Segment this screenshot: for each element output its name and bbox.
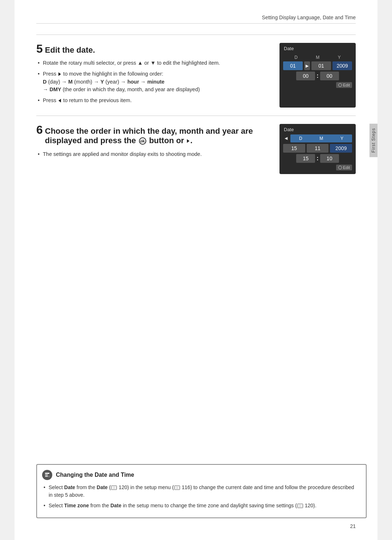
lcd1-edit-label: Edit [343, 83, 350, 87]
step5-bullet2: Press to move the highlight in the follo… [36, 70, 269, 94]
svg-rect-1 [45, 475, 48, 475]
lcd2-highlighted-headers: D M Y [290, 134, 352, 142]
step5-bullet1: Rotate the rotary multi selector, or pre… [36, 59, 269, 67]
note-bullet1: Select Date from the Date (□□ 120) in th… [42, 484, 359, 499]
lcd2-header: Date [283, 127, 352, 132]
edit-icon [338, 83, 342, 87]
step5-bullet3: Press to return to the previous item. [36, 97, 269, 105]
step6-section: 6 Choose the order in which the day, mon… [36, 116, 356, 181]
page-number: 21 [350, 523, 356, 529]
lcd2-minute: 10 [320, 154, 339, 163]
lcd1-hour: 00 [296, 72, 315, 80]
page-header: Setting Display Language, Date and Time [36, 15, 356, 24]
lcd2-header-row: ◀ D M Y [283, 134, 352, 142]
step6-number: 6 [36, 124, 43, 136]
ok-button-icon: ok [139, 137, 146, 145]
note-bullets: Select Date from the Date (□□ 120) in th… [42, 484, 359, 509]
lcd2-cell-year: 2009 [330, 144, 352, 153]
lcd2-hour: 15 [296, 154, 315, 163]
lcd1-edit-btn: Edit [336, 82, 352, 88]
lcd1-col-headers: D M Y [283, 53, 352, 61]
note-title: Changing the Date and Time [56, 472, 134, 478]
step6-arrow-right-icon [187, 139, 189, 143]
lcd1-arrow: ▶ [304, 61, 310, 70]
lcd2-edit-row: Edit [283, 164, 352, 170]
lcd2-left-arrow-cell: ◀ [283, 134, 289, 142]
ref-box-3: □□ [297, 504, 303, 508]
lcd2-colon: : [317, 154, 318, 163]
note-section: Changing the Date and Time Select Date f… [36, 464, 367, 518]
step5-title-text: Edit the date. [45, 45, 95, 55]
step6-content: 6 Choose the order in which the day, mon… [36, 124, 269, 174]
step6-bullets: The settings are applied and monitor dis… [36, 150, 269, 158]
note-icon-svg [44, 472, 50, 478]
lcd2-time-row: 15 : 10 [283, 154, 352, 163]
side-tab: First Steps [369, 124, 377, 157]
step5-number: 5 [36, 43, 43, 55]
lcd1-edit-row: Edit [283, 82, 352, 88]
step5-content: 5 Edit the date. Rotate the rotary multi… [36, 43, 269, 108]
lcd2-cell-day: 15 [283, 144, 305, 153]
arrow-left-icon [58, 99, 61, 102]
svg-rect-0 [45, 473, 49, 474]
lcd1-cell-year: 2009 [332, 61, 352, 70]
step5-bullets: Rotate the rotary multi selector, or pre… [36, 59, 269, 105]
lcd2-edit-icon [338, 166, 342, 169]
lcd2-cell-month: 11 [307, 144, 329, 153]
step5-title: 5 Edit the date. [36, 43, 269, 55]
lcd1-data-row1: 01 ▶ 01 2009 [283, 61, 352, 70]
note-bullet2: Select Time zone from the Date in the se… [42, 502, 359, 509]
step5-lcd: Date D M Y 01 ▶ 01 2009 00 : 00 Ed [279, 43, 356, 108]
lcd2-edit-label: Edit [343, 165, 350, 170]
lcd2-edit-btn: Edit [336, 165, 352, 170]
note-icon [42, 470, 52, 480]
arrow-right-icon [58, 72, 61, 76]
lcd1-time-row: 00 : 00 [283, 72, 352, 80]
step5-section: 5 Edit the date. Rotate the rotary multi… [36, 35, 356, 114]
lcd1-cell-month: 01 [311, 61, 331, 70]
step6-lcd: Date ◀ D M Y 15 11 2009 15 : 10 [279, 124, 356, 174]
step6-bullet1: The settings are applied and monitor dis… [36, 150, 269, 158]
lcd1-header: Date [283, 46, 352, 51]
lcd1-minute: 00 [320, 72, 339, 80]
note-header: Changing the Date and Time [42, 470, 359, 480]
lcd2-data-row1: 15 11 2009 [283, 144, 352, 153]
step6-title-text: Choose the order in which the day, month… [45, 126, 269, 145]
step6-title: 6 Choose the order in which the day, mon… [36, 124, 269, 145]
header-title: Setting Display Language, Date and Time [262, 15, 356, 20]
lcd1-cell-day: 01 [283, 61, 303, 70]
lcd1-colon: : [317, 72, 318, 80]
ref-box-2: □□ [174, 485, 180, 490]
ref-box-1: □□ [111, 485, 117, 490]
